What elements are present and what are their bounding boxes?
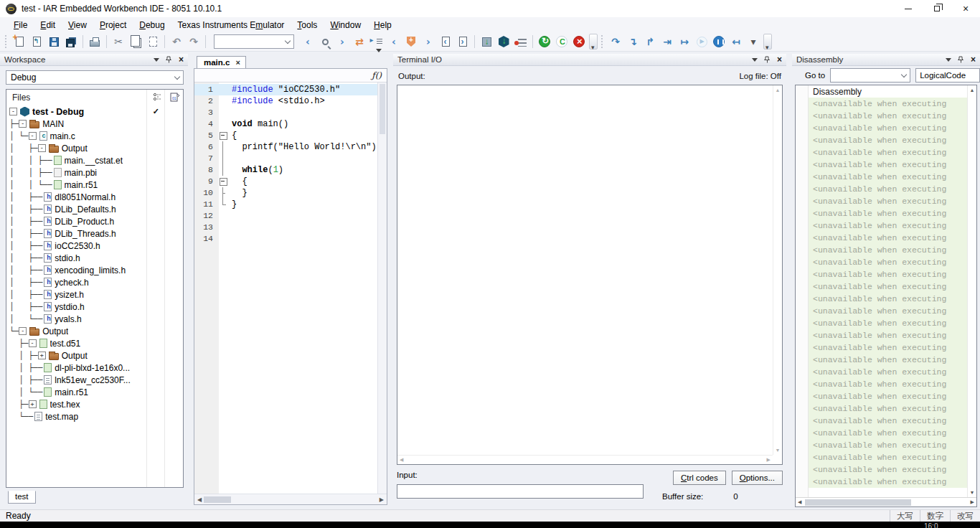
tree-item-dl-pli-blxd-1e16x0[interactable]: │ ├──dl-pli-blxd-1e16x0... [6,362,183,374]
code-line[interactable]: 1#include "ioCC2530.h" [194,84,377,95]
panel-menu-icon[interactable] [946,58,951,62]
disassembly-gutter[interactable] [796,85,809,497]
code-line[interactable]: 4void main() [194,118,377,130]
collapse-icon[interactable]: - [19,120,27,128]
code-line[interactable]: 12 [194,210,377,222]
open-file-button[interactable] [29,34,44,50]
tree-item-dlib-product-h[interactable]: │ ├──DLib_Product.h [6,215,183,227]
panel-close-icon[interactable]: × [971,55,976,64]
memory-zone-combobox[interactable]: LogicalCode [915,68,980,82]
pin-icon[interactable] [764,56,771,63]
breakpoints-button[interactable] [513,34,529,50]
scroll-right-icon[interactable]: ▶ [380,496,384,503]
tree-item-output[interactable]: │ ├─+Output [6,349,183,362]
break-button[interactable] [711,34,727,50]
tree-item-main-pbi[interactable]: │ │ ├──main.pbi [6,166,183,179]
tree-item-ysizet-h[interactable]: │ ├──ysizet.h [6,288,183,301]
cut-button[interactable]: ✂ [110,34,126,50]
scroll-right-icon[interactable]: ▶ [767,457,771,463]
undo-button[interactable]: ↶ [169,34,184,50]
next-statement-button[interactable]: ⇥ [659,34,675,50]
step-into-button[interactable]: ↴ [625,34,641,50]
menu-item-edit[interactable]: Edit [34,19,62,32]
code-line[interactable]: 7 [194,153,377,164]
paste-button[interactable] [145,34,161,50]
debug-more-dropdown[interactable]: ▾ [745,34,761,50]
copy-button[interactable] [128,34,143,50]
step-out-button[interactable]: ↱ [642,34,658,50]
scrollbar-thumb[interactable] [204,496,231,503]
panel-menu-icon[interactable] [154,58,159,62]
minimize-button[interactable] [894,0,923,17]
expand-icon[interactable]: + [38,352,46,359]
menu-item-view[interactable]: View [62,19,93,32]
tree-item-xencoding-limits-h[interactable]: │ ├──xencoding_limits.h [6,264,183,276]
code-line[interactable]: 8 while(1) [194,164,377,176]
pin-icon[interactable] [166,56,172,63]
disassembly-horizontal-scrollbar[interactable]: ◀ ▶ [796,497,976,506]
previous-statement-button[interactable] [438,34,453,50]
splitter-terminal-disassembly[interactable] [786,54,792,509]
collapse-icon[interactable]: - [19,327,27,335]
code-line[interactable]: 9 { [194,176,377,187]
workspace-tab-test[interactable]: test [8,491,36,504]
tab-list-dropdown-icon[interactable] [376,49,382,65]
tree-item-iocc2530-h[interactable]: │ ├──ioCC2530.h [6,240,183,252]
ime-indicator[interactable]: 数字 [920,510,950,522]
download-and-debug-button[interactable] [496,34,512,50]
toolbar-grip[interactable] [5,35,9,48]
tree-item-main-r51[interactable]: │ │ └──main.r51 [6,179,183,191]
configuration-combobox[interactable]: Debug [6,70,184,85]
fold-collapse-icon[interactable] [219,176,228,187]
next-bookmark-button[interactable]: › [420,34,436,50]
scroll-right-icon[interactable]: ▶ [971,499,974,505]
scrollbar-thumb[interactable] [805,499,911,506]
debug-without-downloading-button[interactable] [554,34,570,50]
save-all-button[interactable] [63,34,79,50]
menu-item-texas-instruments-emulator[interactable]: Texas Instruments Emulator [171,19,291,32]
code-editor[interactable]: 1#include "ioCC2530.h"2#include <stdio.h… [194,82,377,494]
go-button[interactable] [694,34,710,50]
tree-item-test-map[interactable]: └──test.map [6,410,183,423]
next-statement-button[interactable] [455,34,471,50]
restore-button[interactable] [923,0,951,17]
options-button[interactable]: Options... [732,471,783,485]
go-to-function-icon[interactable]: ƒ() [372,70,382,80]
scroll-left-icon[interactable]: ◀ [798,499,801,505]
tree-item-lnk51ew-cc2530f[interactable]: │ ├──lnk51ew_cc2530F... [6,374,183,386]
previous-bookmark-button[interactable]: ‹ [386,34,402,50]
code-line[interactable]: 14 [194,233,377,245]
go-to-function-button[interactable] [369,34,385,50]
fold-collapse-icon[interactable] [219,130,228,141]
editor-horizontal-scrollbar[interactable]: ◀ ▶ [194,494,387,504]
tree-item-dlib-threads-h[interactable]: │ ├──DLib_Threads.h [6,227,183,240]
output-horizontal-scrollbar[interactable]: ◀▶ [397,455,773,464]
panel-close-icon[interactable]: × [179,55,184,64]
tree-item-yvals-h[interactable]: │ └──yvals.h [6,313,183,325]
code-line[interactable]: 2#include <stdio.h> [194,95,377,107]
scroll-down-icon[interactable]: ▼ [776,448,781,453]
collapse-icon[interactable]: - [38,144,46,152]
tree-item-main-cstat-et[interactable]: │ │ ├──main.__cstat.et [6,154,183,166]
make-button[interactable] [479,34,494,50]
code-line[interactable]: 10 } [194,187,377,199]
tree-item-test-d51[interactable]: ├─-test.d51 [6,337,183,349]
scroll-down-icon[interactable]: ▼ [970,490,975,495]
panel-menu-icon[interactable] [752,58,758,62]
close-button[interactable]: × [951,0,980,17]
menu-item-project[interactable]: Project [93,19,133,32]
print-button[interactable] [87,34,103,50]
splitter-editor-terminal[interactable] [387,54,393,509]
code-line[interactable]: 13 [194,222,377,233]
code-line[interactable]: 11} [194,199,377,210]
scroll-left-icon[interactable]: ◀ [197,496,202,503]
terminal-output-box[interactable]: ▲▼ ◀▶ [397,85,783,465]
toolbar-overflow-button[interactable] [763,34,772,50]
scroll-left-icon[interactable]: ◀ [400,457,403,463]
collapse-icon[interactable]: - [29,339,37,347]
ctrl-codes-button[interactable]: Ctrl codes [673,471,726,485]
find-next-button[interactable]: › [334,34,350,50]
terminal-input-field[interactable] [397,484,644,499]
tree-item-main[interactable]: ├─-MAIN [6,118,183,130]
step-over-button[interactable]: ↷ [608,34,623,50]
